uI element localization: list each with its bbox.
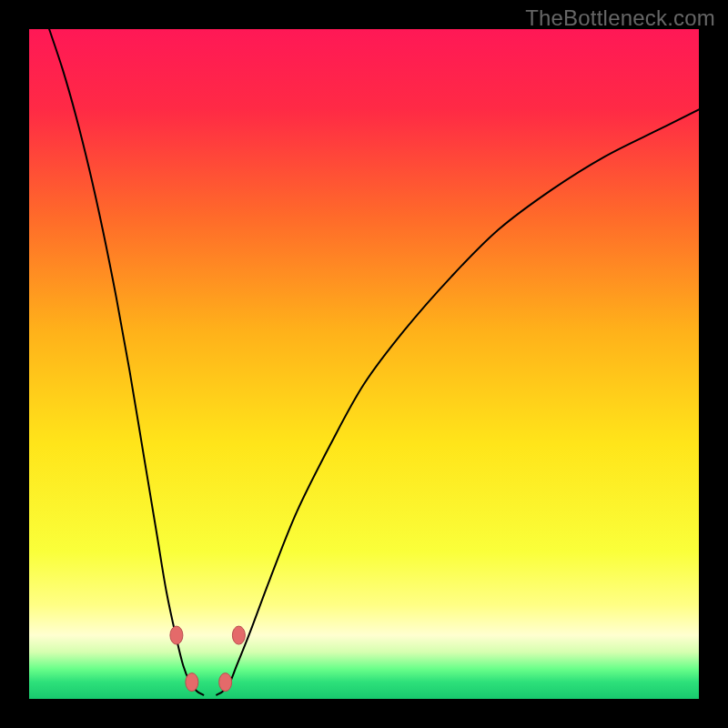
chart-frame: TheBottleneck.com <box>0 0 728 728</box>
valley-markers-point-3 <box>232 626 245 644</box>
plot-background <box>29 29 699 699</box>
valley-markers-point-0 <box>170 626 183 644</box>
watermark-text: TheBottleneck.com <box>525 5 715 31</box>
valley-markers-point-2 <box>219 673 232 692</box>
valley-markers-point-1 <box>186 673 198 692</box>
plot-area <box>29 29 699 699</box>
